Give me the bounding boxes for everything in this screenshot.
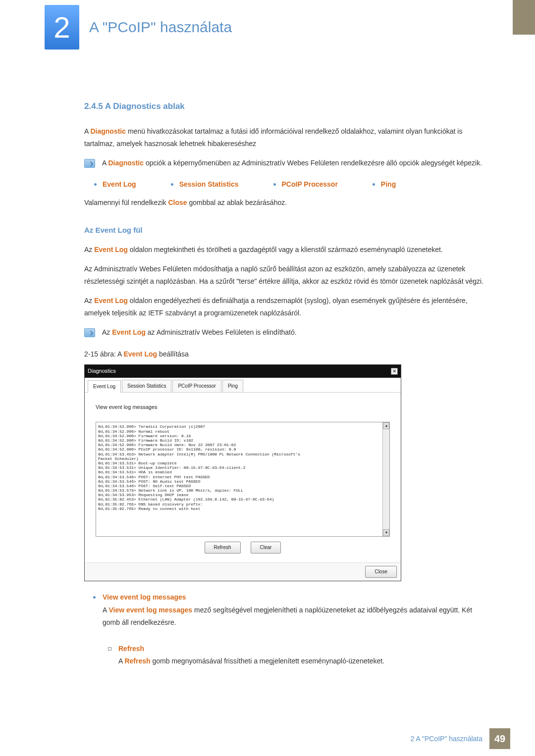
- info-note-2-text: Az Event Log az Adminisztratív Webes Fel…: [102, 326, 297, 339]
- bullet-dot-icon: [171, 183, 173, 186]
- diagnostics-titlebar: Diagnostics ✕: [85, 365, 401, 378]
- footer-text: 2 A "PCoIP" használata: [411, 735, 482, 743]
- close-line: Valamennyi fül rendelkezik Close gombbal…: [84, 197, 488, 209]
- diagnostic-hl: Diagnostic: [90, 127, 126, 135]
- eventlog-p2: Az Adminisztratív Webes Felületen módosí…: [84, 263, 488, 288]
- info-note-text: A Diagnostic opciók a képernyőmenüben az…: [102, 157, 482, 169]
- bullet-session-statistics: Session Statistics: [171, 178, 239, 191]
- scroll-up-icon[interactable]: ▴: [383, 422, 389, 429]
- bullet-dot-icon: [273, 183, 276, 186]
- tab-pcoip-processor[interactable]: PCoIP Processor: [172, 380, 221, 392]
- eventlog-p1: Az Event Log oldalon megtekintheti és tö…: [84, 244, 488, 256]
- side-accent: [513, 0, 535, 35]
- page-number: 49: [489, 728, 510, 749]
- intro-paragraph: A Diagnostic menü hivatkozásokat tartalm…: [84, 125, 488, 150]
- refresh-desc: A Refresh gomb megnyomásával frissítheti…: [118, 655, 384, 667]
- clear-button[interactable]: Clear: [251, 542, 281, 554]
- diagnostics-tabs: Event Log Session Statistics PCoIP Proce…: [85, 378, 401, 393]
- scrollbar[interactable]: ▴ ▾: [382, 422, 389, 536]
- bullet-dot-icon: [93, 596, 96, 599]
- event-log-textarea[interactable]: 0d,01:34:52.906> Teradici Corporation (c…: [96, 422, 382, 536]
- bullet-dot-icon: [94, 183, 97, 186]
- tab-bullet-row: Event Log Session Statistics PCoIP Proce…: [94, 178, 488, 191]
- close-button[interactable]: Close: [365, 566, 397, 578]
- view-event-log-desc: A View event log messages mező segítségé…: [103, 604, 488, 629]
- square-bullet-icon: [108, 647, 111, 651]
- chapter-number-badge: 2: [45, 5, 79, 50]
- tab-ping[interactable]: Ping: [222, 380, 243, 392]
- bullet-pcoip-processor: PCoIP Processor: [273, 178, 338, 191]
- diagnostics-title: Diagnostics: [88, 366, 116, 376]
- info-icon: [84, 159, 95, 168]
- eventlog-heading: Az Event Log fül: [84, 223, 488, 237]
- page-header: 2 A "PCoIP" használata: [0, 0, 535, 50]
- figure-caption: 2-15 ábra: A Event Log beállítása: [84, 348, 488, 360]
- info-note-2: Az Event Log az Adminisztratív Webes Fel…: [84, 326, 488, 339]
- tab-session-statistics[interactable]: Session Statistics: [122, 380, 171, 392]
- chapter-title: A "PCoIP" használata: [89, 19, 232, 36]
- bullet-event-log: Event Log: [94, 178, 136, 191]
- panel-heading: View event log messages: [96, 403, 390, 412]
- tab-event-log[interactable]: Event Log: [88, 380, 121, 393]
- info-icon: [84, 328, 95, 337]
- page-footer: 2 A "PCoIP" használata 49: [411, 728, 510, 749]
- scroll-down-icon[interactable]: ▾: [383, 529, 389, 536]
- refresh-button[interactable]: Refresh: [205, 542, 241, 554]
- view-event-log-label: View event log messages: [103, 591, 488, 604]
- bullet-ping: Ping: [373, 178, 396, 191]
- refresh-label: Refresh: [118, 643, 384, 655]
- eventlog-p3: Az Event Log oldalon engedélyezheti és d…: [84, 295, 488, 319]
- sub-refresh: Refresh A Refresh gomb megnyomásával fri…: [108, 643, 488, 674]
- info-note: A Diagnostic opciók a képernyőmenüben az…: [84, 157, 488, 169]
- section-heading: 2.4.5 A Diagnostics ablak: [84, 99, 488, 114]
- diagnostics-window: Diagnostics ✕ Event Log Session Statisti…: [84, 364, 401, 582]
- list-view-event-log: View event log messages A View event log…: [93, 591, 488, 636]
- close-icon[interactable]: ✕: [391, 368, 398, 375]
- bullet-dot-icon: [373, 183, 375, 186]
